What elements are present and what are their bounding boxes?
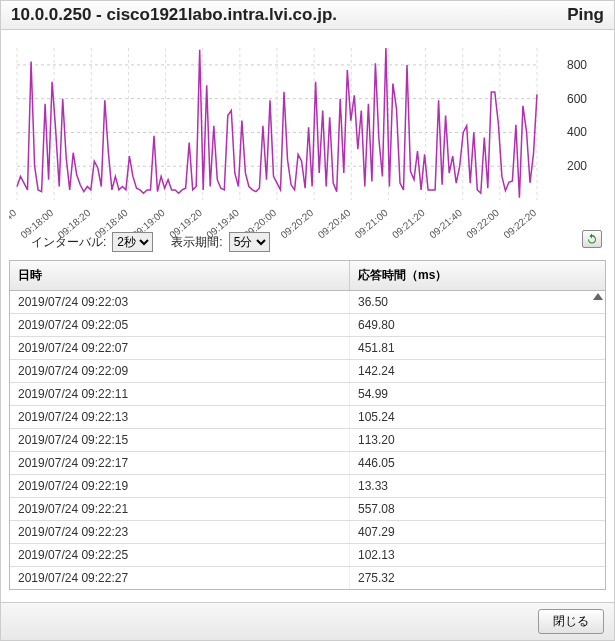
cell-response: 113.20 xyxy=(350,429,605,451)
close-button[interactable]: 閉じる xyxy=(538,609,604,634)
table-row[interactable]: 2019/07/24 09:22:13105.24 xyxy=(10,406,605,429)
svg-text:800: 800 xyxy=(567,58,587,72)
table-row[interactable]: 2019/07/24 09:22:17446.05 xyxy=(10,452,605,475)
refresh-button[interactable] xyxy=(582,230,602,248)
table-row[interactable]: 2019/07/24 09:22:15113.20 xyxy=(10,429,605,452)
cell-response: 36.50 xyxy=(350,291,605,313)
ping-chart: 20040060080009:17:4009:18:0009:18:2009:1… xyxy=(9,40,607,240)
table-row[interactable]: 2019/07/24 09:22:27275.32 xyxy=(10,567,605,589)
cell-datetime: 2019/07/24 09:22:15 xyxy=(10,429,350,451)
cell-datetime: 2019/07/24 09:22:11 xyxy=(10,383,350,405)
svg-text:200: 200 xyxy=(567,159,587,173)
col-datetime[interactable]: 日時 xyxy=(10,261,350,290)
cell-response: 446.05 xyxy=(350,452,605,474)
response-table: 日時 応答時間（ms） 2019/07/24 09:22:0336.502019… xyxy=(9,260,606,590)
col-response[interactable]: 応答時間（ms） xyxy=(350,261,605,290)
cell-response: 13.33 xyxy=(350,475,605,497)
titlebar: 10.0.0.250 - cisco1921labo.intra.lvi.co.… xyxy=(1,1,614,30)
scroll-up-icon[interactable] xyxy=(593,293,603,300)
footer: 閉じる xyxy=(1,602,614,640)
table-row[interactable]: 2019/07/24 09:22:23407.29 xyxy=(10,521,605,544)
cell-datetime: 2019/07/24 09:22:21 xyxy=(10,498,350,520)
cell-response: 407.29 xyxy=(350,521,605,543)
cell-datetime: 2019/07/24 09:22:17 xyxy=(10,452,350,474)
cell-datetime: 2019/07/24 09:22:13 xyxy=(10,406,350,428)
ping-window: 10.0.0.250 - cisco1921labo.intra.lvi.co.… xyxy=(0,0,615,641)
controls-bar: インターバル: 2秒 表示期間: 5分 xyxy=(1,230,614,260)
cell-datetime: 2019/07/24 09:22:19 xyxy=(10,475,350,497)
table-body[interactable]: 2019/07/24 09:22:0336.502019/07/24 09:22… xyxy=(10,291,605,589)
table-row[interactable]: 2019/07/24 09:22:07451.81 xyxy=(10,337,605,360)
svg-text:400: 400 xyxy=(567,125,587,139)
cell-datetime: 2019/07/24 09:22:05 xyxy=(10,314,350,336)
cell-datetime: 2019/07/24 09:22:03 xyxy=(10,291,350,313)
cell-response: 54.99 xyxy=(350,383,605,405)
period-select[interactable]: 5分 xyxy=(229,232,270,252)
window-title: 10.0.0.250 - cisco1921labo.intra.lvi.co.… xyxy=(11,5,337,25)
table-row[interactable]: 2019/07/24 09:22:0336.50 xyxy=(10,291,605,314)
table-row[interactable]: 2019/07/24 09:22:1913.33 xyxy=(10,475,605,498)
cell-datetime: 2019/07/24 09:22:27 xyxy=(10,567,350,589)
interval-select[interactable]: 2秒 xyxy=(112,232,153,252)
interval-label: インターバル: xyxy=(31,234,106,251)
tool-name: Ping xyxy=(567,5,604,25)
table-row[interactable]: 2019/07/24 09:22:25102.13 xyxy=(10,544,605,567)
table-row[interactable]: 2019/07/24 09:22:09142.24 xyxy=(10,360,605,383)
table-row[interactable]: 2019/07/24 09:22:1154.99 xyxy=(10,383,605,406)
cell-datetime: 2019/07/24 09:22:09 xyxy=(10,360,350,382)
cell-datetime: 2019/07/24 09:22:07 xyxy=(10,337,350,359)
cell-response: 649.80 xyxy=(350,314,605,336)
chart-area: 20040060080009:17:4009:18:0009:18:2009:1… xyxy=(1,30,614,230)
cell-datetime: 2019/07/24 09:22:25 xyxy=(10,544,350,566)
cell-response: 142.24 xyxy=(350,360,605,382)
cell-response: 557.08 xyxy=(350,498,605,520)
table-row[interactable]: 2019/07/24 09:22:21557.08 xyxy=(10,498,605,521)
cell-response: 105.24 xyxy=(350,406,605,428)
cell-response: 451.81 xyxy=(350,337,605,359)
cell-response: 102.13 xyxy=(350,544,605,566)
cell-datetime: 2019/07/24 09:22:23 xyxy=(10,521,350,543)
refresh-icon xyxy=(586,233,598,245)
table-header: 日時 応答時間（ms） xyxy=(10,261,605,291)
table-row[interactable]: 2019/07/24 09:22:05649.80 xyxy=(10,314,605,337)
period-label: 表示期間: xyxy=(171,234,222,251)
svg-text:600: 600 xyxy=(567,92,587,106)
cell-response: 275.32 xyxy=(350,567,605,589)
